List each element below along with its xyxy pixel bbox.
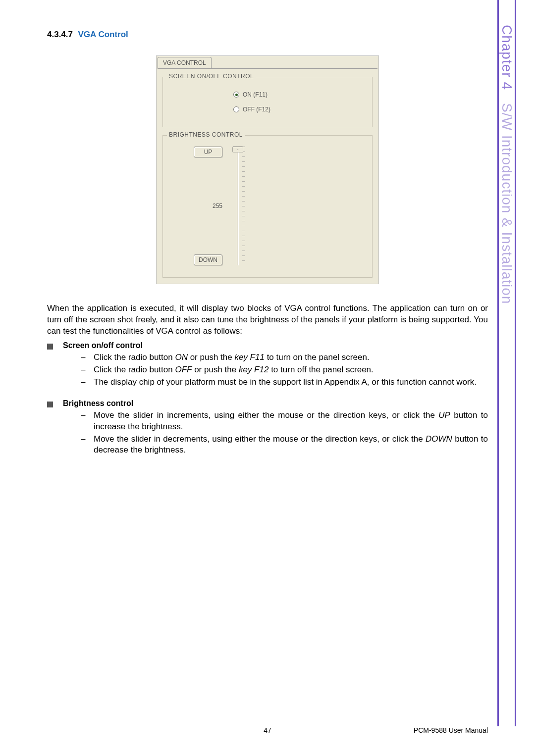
bullet-brightness: Brightness control (47, 399, 488, 408)
list-item: – The display chip of your platform must… (81, 377, 488, 388)
group-brightness: BRIGHTNESS CONTROL UP 255 DOWN - (162, 135, 373, 278)
tab-vga-control[interactable]: VGA CONTROL (158, 57, 212, 68)
bullet-heading: Brightness control (63, 399, 133, 408)
square-bullet-icon (47, 402, 53, 407)
radio-off-dot[interactable] (233, 106, 239, 112)
radio-off-row[interactable]: OFF (F12) (233, 106, 366, 113)
radio-on-label: ON (F11) (243, 91, 268, 98)
up-button[interactable]: UP (194, 147, 222, 157)
section-number: 4.3.4.7 (47, 30, 73, 39)
group-legend: BRIGHTNESS CONTROL (167, 131, 245, 138)
page-footer: 47 PCM-9588 User Manual (47, 726, 488, 734)
radio-off-label: OFF (F12) (243, 106, 270, 113)
list-item: – Click the radio button ON or push the … (81, 352, 488, 363)
list-item: – Click the radio button OFF or push the… (81, 364, 488, 376)
bullet-screen-onoff: Screen on/off control (47, 341, 488, 350)
side-chapter: Chapter 4 (499, 25, 515, 90)
radio-on-row[interactable]: ON (F11) (233, 91, 366, 98)
list-item: – Move the slider in increments, using e… (81, 410, 488, 433)
group-screen-onoff: SCREEN ON/OFF CONTROL ON (F11) OFF (F12) (162, 77, 373, 127)
down-button[interactable]: DOWN (194, 254, 222, 265)
intro-paragraph: When the application is executed, it wil… (47, 303, 488, 337)
manual-name: PCM-9588 User Manual (414, 726, 488, 734)
vga-control-panel: VGA CONTROL SCREEN ON/OFF CONTROL ON (F1… (156, 55, 379, 284)
section-title: VGA Control (78, 30, 128, 39)
side-title: S/W Introduction & Installation (499, 103, 515, 304)
square-bullet-icon (47, 344, 53, 350)
brightness-value: 255 (194, 202, 222, 209)
radio-on-dot[interactable] (233, 92, 239, 98)
side-rail: Chapter 4 S/W Introduction & Installatio… (497, 0, 516, 726)
slider-thumb[interactable]: - (232, 147, 243, 152)
brightness-slider[interactable]: - (229, 147, 246, 265)
list-item: – Move the slider in decrements, using e… (81, 434, 488, 456)
page-number: 47 (264, 726, 271, 734)
bullet-heading: Screen on/off control (63, 341, 143, 350)
group-legend: SCREEN ON/OFF CONTROL (167, 73, 256, 80)
